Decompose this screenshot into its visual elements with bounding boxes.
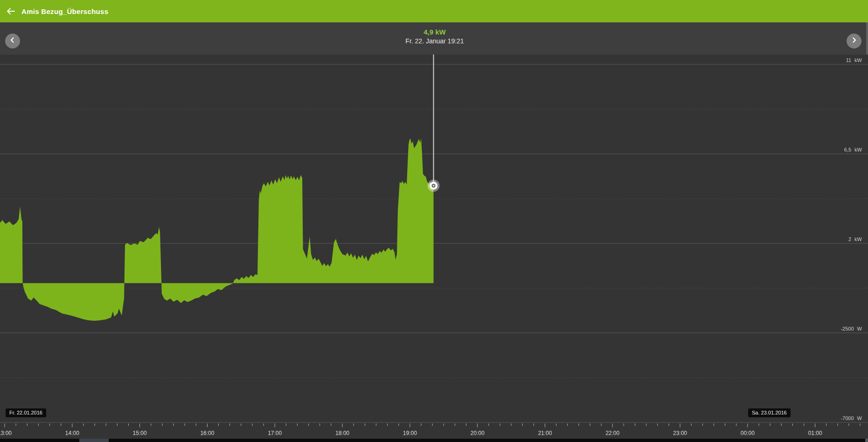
x-axis-label: 23:00 bbox=[673, 430, 687, 436]
x-axis-label: 13:00 bbox=[0, 430, 12, 436]
date-badge-right: Sa. 23.01.2016 bbox=[748, 408, 791, 417]
chart-canvas[interactable]: 13:0014:0015:0016:0017:0018:0019:0020:00… bbox=[0, 55, 868, 439]
next-period-button[interactable] bbox=[847, 34, 861, 48]
x-axis-label: 16:00 bbox=[200, 430, 214, 436]
back-button[interactable] bbox=[0, 0, 21, 22]
x-axis-label: 18:00 bbox=[335, 430, 349, 436]
x-axis-label: 00:00 bbox=[741, 430, 755, 436]
scrollbar-corner bbox=[865, 439, 868, 442]
prev-period-button[interactable] bbox=[5, 34, 20, 48]
area-series bbox=[0, 138, 434, 321]
x-axis-label: 20:00 bbox=[471, 430, 485, 436]
x-axis-label: 21:00 bbox=[538, 430, 552, 436]
vertical-scrollbar-thumb[interactable] bbox=[866, 22, 868, 55]
cursor-timestamp: Fr. 22. Januar 19:21 bbox=[405, 38, 464, 45]
x-axis-label: 17:00 bbox=[268, 430, 282, 436]
date-badge-left: Fr. 22.01.2016 bbox=[6, 408, 46, 417]
cursor-marker-dot bbox=[433, 185, 434, 186]
x-axis-label: 15:00 bbox=[133, 430, 147, 436]
chevron-left-icon bbox=[9, 37, 16, 45]
chart-toolbar: 4,9 kW Fr. 22. Januar 19:21 bbox=[0, 22, 868, 55]
energy-app-window: Amis Bezug_Überschuss 4,9 kW Fr. 22. Jan… bbox=[0, 0, 868, 442]
x-axis-label: 01:00 bbox=[808, 430, 822, 436]
page-title: Amis Bezug_Überschuss bbox=[21, 7, 108, 15]
app-header: Amis Bezug_Überschuss bbox=[0, 0, 868, 22]
y-axis-label: -2500 W bbox=[840, 326, 862, 332]
horizontal-scrollbar-track[interactable] bbox=[0, 439, 868, 442]
back-arrow-icon bbox=[7, 8, 15, 14]
y-axis-label: 6,5 kW bbox=[844, 147, 862, 152]
x-axis-label: 22:00 bbox=[605, 430, 619, 436]
horizontal-scrollbar-thumb[interactable] bbox=[79, 439, 109, 442]
cursor-value: 4,9 kW bbox=[405, 28, 464, 36]
x-axis-label: 14:00 bbox=[65, 430, 79, 436]
cursor-readout: 4,9 kW Fr. 22. Januar 19:21 bbox=[405, 28, 464, 45]
y-axis-label: -7000 W bbox=[840, 415, 862, 421]
y-axis-label: 11 kW bbox=[846, 57, 862, 63]
x-axis-label: 19:00 bbox=[403, 430, 417, 436]
chevron-right-icon bbox=[851, 37, 857, 45]
y-axis-label: 2 kW bbox=[848, 236, 862, 242]
